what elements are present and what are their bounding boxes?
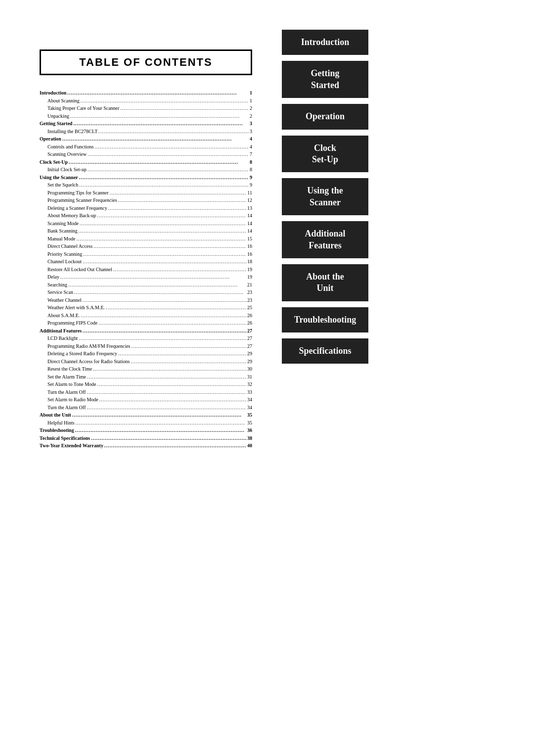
toc-section-two-year-extended-warranty: Two-Year Extended Warranty..............…: [40, 442, 252, 450]
tab-operation[interactable]: Operation: [282, 104, 368, 129]
toc-section-additional-features: Additional Features.....................…: [40, 327, 252, 335]
toc-sub-bank-scanning: Bank Scanning...........................…: [40, 227, 252, 235]
toc-sub-searching: Searching...............................…: [40, 281, 252, 289]
toc-sub-restore-all-locked-out-channel: Restore All Locked Out Channel..........…: [40, 266, 252, 274]
toc-section-clock-set-up: Clock Set-Up............................…: [40, 158, 252, 166]
toc-section-about-the-unit: About the Unit..........................…: [40, 411, 252, 419]
tab-using-the-scanner[interactable]: Using theScanner: [282, 178, 368, 215]
tab-specifications[interactable]: Specifications: [282, 338, 368, 364]
tab-getting-started[interactable]: GettingStarted: [282, 61, 368, 98]
tab-label-getting-started: GettingStarted: [311, 68, 340, 91]
toc-sub-direct-channel-access: Direct Channel Access...................…: [40, 242, 252, 250]
toc-sub-about-scanning: About Scanning..........................…: [40, 97, 252, 105]
toc-sub-service-scan: Service Scan............................…: [40, 288, 252, 296]
toc-sub-turn-the-alarm-off: Turn the Alarm Off......................…: [40, 388, 252, 396]
toc-sub-manual-mode: Manual Mode.............................…: [40, 235, 252, 243]
toc-sub-direct-channel-access-for-radio-stations: Direct Channel Access for Radio Stations…: [40, 358, 252, 366]
tab-additional-features[interactable]: AdditionalFeatures: [282, 221, 368, 258]
toc-sub-resest-the-clock-time: Resest the Clock Time...................…: [40, 365, 252, 373]
tab-label-introduction: Introduction: [301, 37, 350, 48]
toc-section-using-the-scanner: Using the Scanner.......................…: [40, 174, 252, 182]
toc-sub-set-the-squelch: Set the Squelch.........................…: [40, 181, 252, 189]
toc-left-column: TABLE OF CONTENTS Introduction..........…: [0, 30, 277, 726]
toc-sub-delay: Delay...................................…: [40, 273, 252, 281]
toc-section-introduction: Introduction............................…: [40, 89, 252, 97]
toc-sub-set-alarm-to-tone-mode: Set Alarm to Tone Mode..................…: [40, 380, 252, 388]
toc-sub-unpacking: Unpacking...............................…: [40, 112, 252, 120]
toc-sub-about-memory-back-up: About Memory Back-up....................…: [40, 212, 252, 220]
toc-sub-programming-fips-code: Programming FIPS Code...................…: [40, 319, 252, 327]
toc-sub-set-alarm-to-radio-mode: Set Alarm to Radio Mode.................…: [40, 396, 252, 404]
toc-sub-programming-radio-amfm-frequencies: Programming Radio AM/FM Frequencies.....…: [40, 342, 252, 350]
toc-sub-turn-the-alarm-off: Turn the Alarm Off......................…: [40, 404, 252, 412]
tab-introduction[interactable]: Introduction: [282, 30, 368, 55]
toc-sub-controls-and-functions: Controls and Functions..................…: [40, 143, 252, 151]
toc-title: TABLE OF CONTENTS: [40, 49, 252, 75]
toc-sub-weather-alert-with-same: Weather Alert with S.A.M.E..............…: [40, 304, 252, 312]
toc-sub-channel-lockout: Channel Lockout.........................…: [40, 258, 252, 266]
tab-label-additional-features: AdditionalFeatures: [305, 228, 345, 251]
toc-sub-helpful-hints: Helpful Hints...........................…: [40, 419, 252, 427]
toc-sub-scanning-overview: Scanning Overview.......................…: [40, 150, 252, 158]
toc-sub-lcd-backlight: LCD Backlight...........................…: [40, 334, 252, 342]
toc-sub-priority-scanning: Priority Scanning.......................…: [40, 250, 252, 258]
toc-sub-weather-channel: Weather Channel.........................…: [40, 296, 252, 304]
toc-sub-about-same: About S.A.M.E...........................…: [40, 312, 252, 320]
toc-sub-set-the-alarm-time: Set the Alarm Time......................…: [40, 373, 252, 381]
tab-label-using-the-scanner: Using theScanner: [307, 185, 343, 208]
toc-section-technical-specifications: Technical Specifications................…: [40, 434, 252, 442]
tab-label-clock-set-up: ClockSet-Up: [312, 142, 338, 166]
toc-sub-initial-clock-set-up: Initial Clock Set-up....................…: [40, 166, 252, 174]
toc-sub-deleting-a-scanner-frequency: Deleting a Scanner Frequency............…: [40, 204, 252, 212]
tab-label-about-the-unit: About theUnit: [306, 271, 344, 294]
toc-sub-taking-proper-care-of-your-scanner: Taking Proper Care of Your Scanner......…: [40, 104, 252, 112]
toc-sub-installing-the-bc278clt: Installing the BC278CLT.................…: [40, 128, 252, 136]
toc-sub-programming-tips-for-scanner: Programming Tips for Scanner............…: [40, 189, 252, 197]
tab-about-the-unit[interactable]: About theUnit: [282, 264, 368, 301]
tab-label-operation: Operation: [306, 111, 345, 122]
toc-right-tabs: IntroductionGettingStartedOperationClock…: [277, 30, 376, 726]
tab-label-specifications: Specifications: [299, 345, 352, 357]
toc-section-troubleshooting: Troubleshooting.........................…: [40, 426, 252, 434]
toc-sub-deleting-a-stored-radio-frequency: Deleting a Stored Radio Frequency.......…: [40, 350, 252, 358]
toc-sub-programming-scanner-frequencies: Programming Scanner Frequencies.........…: [40, 196, 252, 204]
tab-clock-set-up[interactable]: ClockSet-Up: [282, 136, 368, 173]
tab-label-troubleshooting: Troubleshooting: [294, 314, 356, 326]
toc-section-getting-started: Getting Started.........................…: [40, 120, 252, 128]
toc-body: Introduction............................…: [40, 89, 252, 450]
toc-sub-scanning-mode: Scanning Mode...........................…: [40, 220, 252, 228]
tab-troubleshooting[interactable]: Troubleshooting: [282, 307, 368, 332]
toc-section-operation: Operation...............................…: [40, 135, 252, 143]
